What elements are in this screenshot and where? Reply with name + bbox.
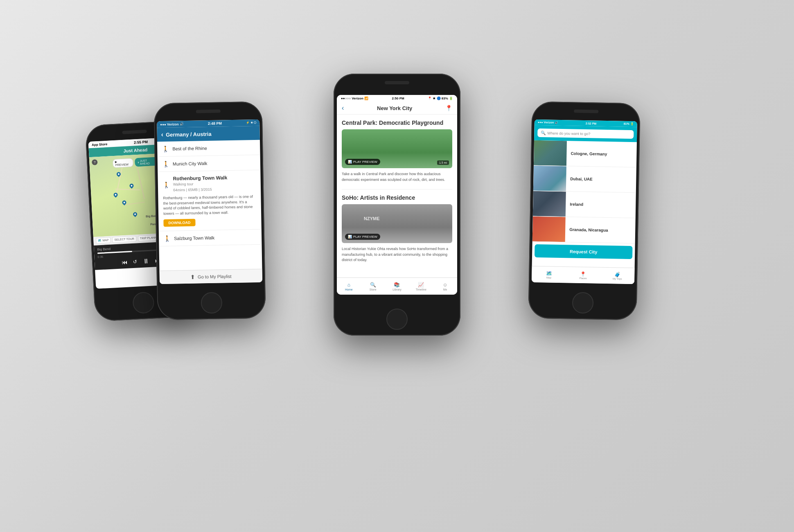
phone-2-screen: ●●● Verizon 🔊 2:48 PM ⚡ ★ ⬡ ‹ Germany / …	[157, 119, 262, 284]
nicaragua-info: Granada, Nicaragua	[565, 217, 636, 243]
select-tour-btn[interactable]: SELECT TOUR	[112, 236, 136, 243]
phone1-time: 2:55 PM	[134, 140, 148, 145]
phone4-battery: 81% 🔋	[624, 122, 634, 126]
phone-4-screen: ●●● Verizon 🔊 2:52 PM 81% 🔋 🔍 Where do y…	[532, 119, 637, 284]
map-icon: 🗺️	[546, 271, 552, 276]
central-park-title: Central Park: Democratic Playground	[342, 119, 452, 126]
phone4-carrier: ●●● Verizon 🔊	[538, 121, 559, 124]
map-btn[interactable]: 🗺️ MAP	[96, 237, 111, 244]
duration-badge-1: 1.5 mi	[437, 160, 449, 165]
play-preview-label-1: PLAY PREVIEW	[353, 160, 377, 164]
phone3-home-btn[interactable]	[386, 309, 408, 330]
share-icon: ⬆	[190, 274, 195, 280]
phone4-time: 2:52 PM	[586, 122, 597, 125]
phone1-home-btn[interactable]	[132, 291, 155, 314]
nicaragua-name: Granada, Nicaragua	[569, 227, 631, 233]
replay-button[interactable]: ↺	[133, 259, 138, 265]
phone2-home-btn[interactable]	[201, 292, 222, 314]
soho-image[interactable]: NZYME 📊 PLAY PREVIEW	[342, 204, 452, 243]
download-button[interactable]: DOWNLOAD	[163, 219, 195, 227]
phone3-navbar: ‹ New York City 📍	[337, 102, 457, 115]
phone3-nav-title: New York City	[377, 105, 412, 111]
list-item-munich[interactable]: 🚶 Munich City Walk	[158, 155, 261, 172]
phone2-footer[interactable]: ⬆ Go to My Playlist	[160, 269, 263, 284]
tab-home[interactable]: ⌂ Home	[337, 278, 361, 295]
phone3-scroll-area[interactable]: Central Park: Democratic Playground 📊 PL…	[337, 115, 457, 282]
tab-map[interactable]: 🗺️ Map	[532, 266, 566, 283]
library-icon: 📚	[394, 282, 400, 288]
soho-card: SoHo: Artists in Residence NZYME 📊 PLAY …	[337, 189, 457, 270]
search-icon-2: 🔍	[541, 131, 546, 135]
me-icon: ☺	[442, 282, 447, 288]
cologne-info: Cologne, Germany	[566, 141, 637, 167]
list-item-best-rhine[interactable]: 🚶 Best of the Rhine	[157, 140, 260, 157]
phone4-home-btn[interactable]	[572, 292, 593, 314]
nicaragua-image	[532, 216, 566, 242]
phone2-time: 2:48 PM	[208, 121, 222, 126]
trips-tab-label: My Trips	[613, 277, 622, 280]
library-label: Library	[392, 288, 401, 291]
phone-4: ●●● Verizon 🔊 2:52 PM 81% 🔋 🔍 Where do y…	[528, 101, 640, 320]
rothenburg-meta: 64mins | 65MB | 3/2015	[173, 187, 228, 192]
dubai-name: Dubai, UAE	[570, 176, 632, 182]
play-preview-btn-2[interactable]: 📊 PLAY PREVIEW	[345, 234, 380, 240]
tab-store[interactable]: 🔍 Store	[361, 278, 385, 295]
search-placeholder: Where do you want to go?	[547, 131, 590, 136]
back-button[interactable]: ‹	[161, 131, 164, 138]
me-label: Me	[443, 288, 447, 291]
place-nicaragua[interactable]: Granada, Nicaragua	[532, 216, 636, 243]
tab-library[interactable]: 📚 Library	[385, 278, 409, 295]
phone1-carrier: App Store	[92, 142, 108, 147]
tab-me[interactable]: ☺ Me	[433, 278, 457, 295]
rothenburg-desc: Rothenburg — nearly a thousand years old…	[163, 194, 256, 216]
timeline-icon: 📈	[418, 282, 424, 288]
preview-badge[interactable]: ▶ PREVIEW	[113, 158, 133, 168]
home-icon: ⌂	[347, 282, 350, 288]
tab-places[interactable]: 📍 Places	[566, 267, 600, 283]
dubai-info: Dubai, UAE	[566, 166, 636, 192]
play-preview-btn-1[interactable]: 📊 PLAY PREVIEW	[345, 159, 380, 165]
progress-fill	[97, 251, 132, 254]
phone3-back-button[interactable]: ‹	[342, 104, 344, 112]
tab-timeline[interactable]: 📈 Timeline	[409, 278, 433, 295]
phone-2: ●●● Verizon 🔊 2:48 PM ⚡ ★ ⬡ ‹ Germany / …	[153, 101, 266, 320]
trips-icon: 🧳	[614, 272, 620, 277]
places-tab-label: Places	[580, 277, 587, 279]
home-label: Home	[345, 288, 353, 291]
pause-button[interactable]: ⏸	[143, 257, 150, 265]
soho-desc: Local Historian Yukie Ohta reveals how S…	[342, 246, 452, 263]
place-cologne[interactable]: Cologne, Germany	[534, 140, 637, 167]
place-ireland[interactable]: Ireland	[533, 191, 636, 218]
phone3-time: 2:50 PM	[392, 97, 404, 100]
selected-rothenburg[interactable]: 🚶 Rothenburg Town Walk Walking tour 64mi…	[158, 170, 261, 232]
phone-3-screen: ●●○○○ Verizon 📶 2:50 PM 📍 ★ 🔵 83% 🔋 ‹ Ne…	[337, 95, 457, 295]
location-pin-icon[interactable]: 📍	[445, 105, 452, 111]
soho-title: SoHo: Artists in Residence	[342, 194, 452, 201]
timeline-label: Timeline	[416, 288, 426, 291]
search-area: 🔍 Where do you want to go?	[534, 125, 637, 142]
central-park-desc: Take a walk in Central Park and discover…	[342, 171, 452, 183]
walk-icon-3: 🚶	[163, 182, 170, 188]
ireland-name: Ireland	[570, 202, 632, 207]
central-park-card: Central Park: Democratic Playground 📊 PL…	[337, 115, 457, 189]
munich-label: Munich City Walk	[173, 161, 208, 166]
search-bar[interactable]: 🔍 Where do you want to go?	[537, 128, 634, 139]
playlist-label: Go to My Playlist	[198, 274, 232, 279]
walk-icon-4: 🚶	[164, 235, 171, 242]
search-icon: 🔍	[370, 282, 376, 288]
item-label: Best of the Rhine	[172, 146, 207, 151]
dubai-image	[533, 166, 566, 191]
phone3-battery: 📍 ★ 🔵 83% 🔋	[428, 97, 453, 100]
place-dubai[interactable]: Dubai, UAE	[533, 166, 636, 193]
bar-chart-icon-2: 📊	[348, 235, 352, 239]
tab-mytrips[interactable]: 🧳 My Trips	[600, 268, 634, 284]
list-item-salzburg[interactable]: 🚶 Salzburg Town Walk	[159, 230, 262, 246]
salzburg-label: Salzburg Town Walk	[174, 235, 214, 241]
request-city-button[interactable]: Request City	[535, 244, 633, 259]
ireland-image	[533, 191, 566, 216]
phone3-carrier: ●●○○○ Verizon 📶	[341, 97, 368, 100]
phones-container: App Store 2:55 PM 🔋 Just Ahead	[70, 41, 724, 491]
central-park-image[interactable]: 📊 PLAY PREVIEW 1.5 mi	[342, 129, 452, 168]
rewind-button[interactable]: ⏮	[122, 259, 128, 266]
store-label: Store	[370, 288, 377, 291]
